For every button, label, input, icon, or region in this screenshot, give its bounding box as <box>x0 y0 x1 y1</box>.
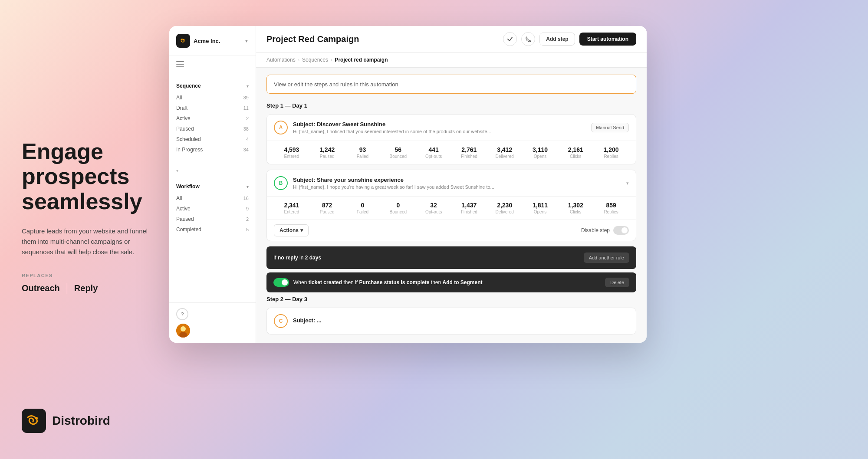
stat-opens-b: 1,811 Opens <box>523 202 558 214</box>
email-subject-a: Subject: Discover Sweet Sunshine <box>293 121 586 128</box>
rule-text-1: If no reply in 2 days <box>273 255 321 261</box>
sidebar-item-count: 4 <box>246 137 249 142</box>
sidebar: Acme Inc. ▼ Sequence ▾ All 89 Draft 11 <box>169 26 256 343</box>
disable-step-area: Disable step <box>581 226 629 235</box>
sidebar-company-chevron: ▼ <box>244 39 249 43</box>
stat-paused-b: 872 Paused <box>309 202 345 214</box>
condition-toggle-switch[interactable] <box>273 278 289 287</box>
step2-header: Step 2 — Day 3 <box>266 296 636 302</box>
sidebar-item-workflow-paused[interactable]: Paused 2 <box>169 214 256 224</box>
sidebar-item-sequence-paused[interactable]: Paused 38 <box>169 124 256 134</box>
sidebar-item-count: 2 <box>246 116 249 121</box>
svg-point-2 <box>184 39 184 40</box>
stat-clicks-a: 2,161 Clicks <box>558 146 593 159</box>
rule-row-1: If no reply in 2 days Add another rule <box>266 246 636 269</box>
breadcrumb-current: Project red campaign <box>335 57 388 63</box>
stat-optouts-a: 441 Opt-outs <box>416 146 451 159</box>
sidebar-bottom: ? <box>169 302 256 343</box>
email-info-b: Subject: Share your sunshine experience … <box>293 177 621 190</box>
stat-opens-a: 3,110 Opens <box>523 146 558 159</box>
sidebar-item-count: 89 <box>243 95 249 100</box>
sidebar-nav-menu[interactable] <box>169 56 256 74</box>
sidebar-workflow-title: Workflow <box>176 184 200 190</box>
email-preview-b: Hi {first_name}, I hope you're having a … <box>293 184 621 190</box>
user-avatar[interactable] <box>176 324 190 338</box>
phone-icon-button[interactable] <box>521 32 535 46</box>
actions-chevron-icon: ▾ <box>300 227 303 233</box>
info-banner: View or edit the steps and rules in this… <box>266 75 636 94</box>
breadcrumb-sequences[interactable]: Sequences <box>302 57 328 63</box>
distrobird-logo-icon <box>22 409 46 433</box>
brand-divider <box>67 283 67 294</box>
start-automation-button[interactable]: Start automation <box>579 33 636 46</box>
breadcrumb-automations[interactable]: Automations <box>266 57 296 63</box>
actions-bar: Actions ▾ Disable step <box>267 220 636 241</box>
sidebar-item-label: Active <box>176 206 191 212</box>
brand-reply: Reply <box>74 283 98 293</box>
stat-replies-b: 859 Replies <box>593 202 629 214</box>
email-card-b: B Subject: Share your sunshine experienc… <box>266 170 636 241</box>
add-step-button[interactable]: Add step <box>539 33 575 46</box>
condition-toggle <box>273 278 289 287</box>
help-icon[interactable]: ? <box>176 308 188 320</box>
sidebar-item-sequence-inprogress[interactable]: In Progress 34 <box>169 144 256 155</box>
stat-finished-a: 2,761 Finished <box>451 146 487 159</box>
add-another-rule-button[interactable]: Add another rule <box>584 252 629 263</box>
email-b-expand-icon[interactable]: ▾ <box>626 180 629 186</box>
sidebar-item-sequence-all[interactable]: All 89 <box>169 92 256 103</box>
distrobird-logo-text: Distrobird <box>52 414 110 428</box>
next-step-subject: Subject: ... <box>293 317 629 324</box>
rule-days: 2 days <box>305 255 321 261</box>
headline: Engage prospects seamlessly <box>22 139 152 214</box>
info-banner-text: View or edit the steps and rules in this… <box>274 81 398 88</box>
email-preview-a: Hi {first_name}, I noticed that you seem… <box>293 129 586 134</box>
breadcrumb: Automations › Sequences › Project red ca… <box>256 52 647 68</box>
sidebar-item-label: Completed <box>176 226 201 233</box>
delete-rule-button[interactable]: Delete <box>605 278 629 287</box>
app-window: Acme Inc. ▼ Sequence ▾ All 89 Draft 11 <box>169 26 647 343</box>
sidebar-sequence-header: Sequence ▾ <box>169 81 256 92</box>
replaces-brands: Outreach Reply <box>22 283 152 294</box>
manual-send-badge: Manual Send <box>591 123 629 132</box>
svg-point-7 <box>181 326 186 331</box>
stat-bounced-b: 0 Bounced <box>380 202 416 214</box>
sidebar-item-sequence-active[interactable]: Active 2 <box>169 113 256 124</box>
stat-entered-a: 4,593 Entered <box>274 146 309 159</box>
sidebar-item-sequence-draft[interactable]: Draft 11 <box>169 103 256 113</box>
sidebar-workflow-collapse[interactable]: ▾ <box>169 166 256 175</box>
email-info-a: Subject: Discover Sweet Sunshine Hi {fir… <box>293 121 586 134</box>
sidebar-workflow-chevron[interactable]: ▾ <box>247 184 249 189</box>
sidebar-sequence-title: Sequence <box>176 83 201 89</box>
sidebar-top[interactable]: Acme Inc. ▼ <box>169 26 256 56</box>
sidebar-item-workflow-completed[interactable]: Completed 5 <box>169 224 256 235</box>
stat-paused-a: 1,242 Paused <box>309 146 345 159</box>
stat-replies-a: 1,200 Replies <box>593 146 629 159</box>
sidebar-sequence-section: Sequence ▾ All 89 Draft 11 Active 2 Paus… <box>169 74 256 162</box>
sidebar-item-label: All <box>176 95 182 101</box>
check-icon-button[interactable] <box>503 32 517 46</box>
main-header: Project Red Campaign Add step Start auto… <box>256 26 647 52</box>
sidebar-item-label: Paused <box>176 216 194 222</box>
disable-step-toggle[interactable] <box>613 226 629 235</box>
next-step-avatar: C <box>274 314 288 328</box>
sidebar-workflow-section: Workflow ▾ All 16 Active 9 Paused 2 Comp… <box>169 175 256 242</box>
stat-entered-b: 2,341 Entered <box>274 202 309 214</box>
sidebar-item-workflow-all[interactable]: All 16 <box>169 193 256 203</box>
sidebar-item-label: Draft <box>176 105 187 111</box>
email-avatar-b: B <box>274 176 288 190</box>
svg-point-1 <box>35 417 38 420</box>
sidebar-sequence-chevron[interactable]: ▾ <box>247 84 249 89</box>
email-b-stats: 2,341 Entered 872 Paused 0 Failed 0 Boun… <box>267 196 636 220</box>
sidebar-item-sequence-scheduled[interactable]: Scheduled 4 <box>169 134 256 144</box>
sidebar-item-label: In Progress <box>176 147 203 153</box>
sidebar-company-name: Acme Inc. <box>194 38 241 44</box>
breadcrumb-sep1: › <box>298 58 299 62</box>
step1-header: Step 1 — Day 1 <box>266 102 636 109</box>
breadcrumb-sep2: › <box>331 58 332 62</box>
stat-failed-a: 93 Failed <box>345 146 381 159</box>
actions-button[interactable]: Actions ▾ <box>274 224 309 236</box>
stat-finished-b: 1,437 Finished <box>451 202 487 214</box>
stat-optouts-b: 32 Opt-outs <box>416 202 451 214</box>
sidebar-item-workflow-active[interactable]: Active 9 <box>169 203 256 214</box>
email-card-a: A Subject: Discover Sweet Sunshine Hi {f… <box>266 114 636 164</box>
